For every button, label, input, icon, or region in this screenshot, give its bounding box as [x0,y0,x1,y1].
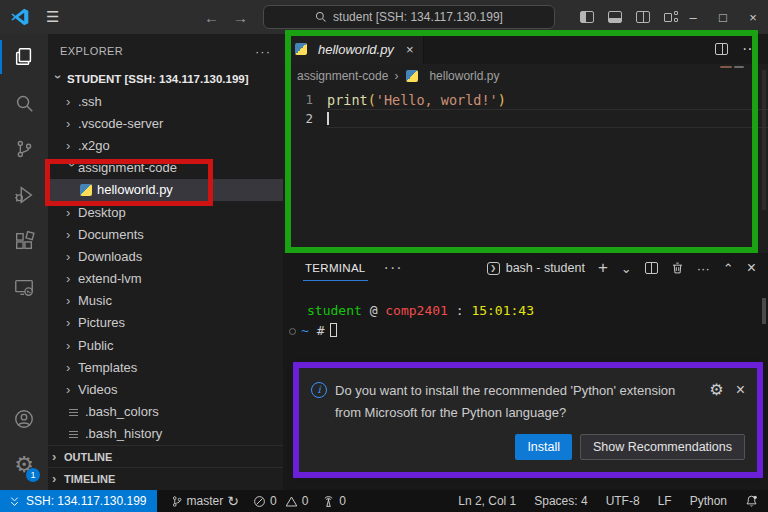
code-line-1: 1 print('Hello, world!') [283,90,768,109]
code-line-2: 2 [283,109,768,128]
menu-hamburger-icon[interactable]: ☰ [46,8,59,26]
notification-toast: i Do you want to install the recommended… [299,368,757,472]
language-mode-indicator[interactable]: Python [690,494,727,508]
tree-item-downloads[interactable]: ›Downloads [48,245,283,267]
python-file-icon [80,184,92,196]
minimap[interactable] [720,66,750,74]
tree-item-vscode-server[interactable]: ›.vscode-server [48,112,283,134]
breadcrumb[interactable]: assignment-code › helloworld.py [283,64,768,88]
settings-badge: 1 [26,468,40,482]
remote-indicator[interactable]: SSH: 134.117.130.199 [0,490,157,512]
tab-close-icon[interactable]: × [406,42,414,57]
tree-item-public[interactable]: ›Public [48,334,283,356]
command-decoration-icon[interactable] [289,328,296,335]
window-close-button[interactable]: × [738,10,768,25]
search-value: student [SSH: 134.117.130.199] [333,10,503,24]
remote-icon [8,495,21,508]
terminal-shell-selector[interactable]: ❯ bash - student [487,261,585,275]
terminal-line-prompt-header: student @ comp2401 : 15:01:43 [289,301,768,321]
encoding-indicator[interactable]: UTF-8 [606,494,640,508]
activity-source-control-icon[interactable] [0,126,48,172]
tree-item-extend-lvm[interactable]: ›extend-lvm [48,268,283,290]
notification-settings-gear-icon[interactable]: ⚙ [709,380,723,399]
editor-scrollbar[interactable] [762,70,766,210]
activity-explorer-icon[interactable] [0,34,48,80]
split-editor-icon[interactable] [715,43,728,55]
explorer-more-actions-icon[interactable]: ··· [255,44,271,59]
timeline-section[interactable]: ›TIMELINE [48,467,283,489]
tree-item-templates[interactable]: ›Templates [48,356,283,378]
activity-remote-explorer-icon[interactable] [0,264,48,310]
vscode-window: ☰ ← → student [SSH: 134.117.130.199] – □… [0,0,768,512]
breadcrumb-separator: › [394,69,398,83]
customize-layout-icon[interactable] [664,11,678,23]
cursor-position-indicator[interactable]: Ln 2, Col 1 [458,494,516,508]
tree-item-documents[interactable]: ›Documents [48,223,283,245]
tree-item-desktop[interactable]: ›Desktop [48,201,283,223]
ports-tower-icon [322,495,335,508]
breadcrumb-file[interactable]: helloworld.py [429,69,499,83]
activity-search-icon[interactable] [0,80,48,126]
python-file-icon [406,70,418,82]
nav-back-icon[interactable]: ← [204,9,219,26]
editor-area: helloworld.py × ··· assignment-code › he… [283,34,768,253]
code-editor[interactable]: 1 print('Hello, world!') 2 [283,90,768,253]
status-bar: SSH: 134.117.130.199 master ↻ 0 0 [0,490,768,512]
new-terminal-icon[interactable]: + [598,258,608,278]
terminal-cursor [330,323,337,337]
problems-indicator[interactable]: 0 0 [253,494,308,508]
notifications-bell-icon[interactable] [745,494,758,508]
notification-message: Do you want to install the recommended '… [335,380,695,424]
indentation-indicator[interactable]: Spaces: 4 [534,494,587,508]
close-panel-icon[interactable]: × [747,259,756,277]
tree-item-bash-history[interactable]: .bash_history [48,423,283,445]
activity-run-debug-icon[interactable] [0,172,48,218]
terminal-shell-icon: ❯ [487,262,500,275]
maximize-panel-icon[interactable]: ⌃ [723,261,734,276]
tree-item-bash-colors[interactable]: .bash_colors [48,401,283,423]
breadcrumb-folder[interactable]: assignment-code [297,69,388,83]
toggle-sidebar-icon[interactable] [580,11,594,23]
terminal-output[interactable]: student @ comp2401 : 15:01:43 ~ # [289,301,768,341]
command-center-search[interactable]: student [SSH: 134.117.130.199] [263,5,555,29]
terminal-tab[interactable]: TERMINAL [303,256,368,281]
git-branch-icon [171,495,183,508]
kill-terminal-trash-icon[interactable] [671,261,684,275]
tree-item-music[interactable]: ›Music [48,290,283,312]
panel-more-icon[interactable]: ··· [697,261,710,276]
file-icon [69,429,79,439]
eol-indicator[interactable]: LF [658,494,672,508]
tree-item-pictures[interactable]: ›Pictures [48,312,283,334]
tree-item-x2go[interactable]: ›.x2go [48,134,283,156]
file-icon [69,407,79,417]
toggle-secondary-sidebar-icon[interactable] [636,11,650,23]
git-branch-indicator[interactable]: master ↻ [171,493,239,509]
terminal-line-prompt: ~ # [289,321,768,341]
terminal-scrollbar[interactable] [762,298,766,324]
terminal-dropdown-icon[interactable]: ⌄ [621,261,632,276]
notification-close-icon[interactable]: × [736,381,745,399]
activity-extensions-icon[interactable] [0,218,48,264]
tree-item-videos[interactable]: ›Videos [48,378,283,400]
nav-forward-icon[interactable]: → [233,9,248,26]
tree-item-assignment-code[interactable]: ›assignment-code [48,157,283,179]
tree-item-ssh[interactable]: ›.ssh [48,90,283,112]
editor-caret [327,112,329,125]
split-terminal-icon[interactable] [645,262,658,274]
install-button[interactable]: Install [515,434,572,460]
window-minimize-button[interactable]: – [678,10,708,25]
account-icon[interactable] [0,396,48,442]
tree-item-helloworld-py[interactable]: helloworld.py [48,179,283,201]
window-maximize-button[interactable]: □ [708,10,738,25]
outline-section[interactable]: ›OUTLINE [48,445,283,467]
editor-more-actions-icon[interactable]: ··· [742,40,758,58]
chevron-down-icon: › [51,74,66,86]
toggle-panel-icon[interactable] [608,11,622,23]
tab-helloworld-py[interactable]: helloworld.py × [283,34,424,64]
show-recommendations-button[interactable]: Show Recommendations [580,434,745,460]
settings-gear-icon[interactable]: ⚙ 1 [0,442,48,488]
panel-more-actions-icon[interactable]: ··· [384,259,403,277]
ports-indicator[interactable]: 0 [322,494,346,508]
tree-root-student[interactable]: › STUDENT [SSH: 134.117.130.199] [48,68,283,90]
activity-bar: ⚙ 1 [0,34,48,490]
